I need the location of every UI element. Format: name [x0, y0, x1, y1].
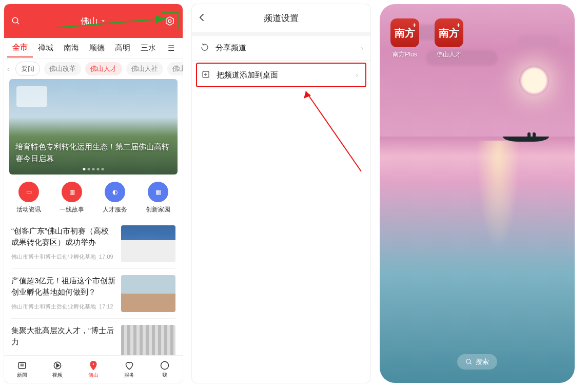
more-tabs-icon[interactable]: ☰ — [163, 44, 180, 53]
news-title: 集聚大批高层次人才，“博士后力 — [11, 325, 116, 347]
share-icon — [200, 43, 209, 53]
row-label: 把频道添加到桌面 — [217, 70, 278, 80]
district-tabs: 全市禅城南海顺德高明三水☰ — [4, 38, 183, 59]
quick-link[interactable]: ▭活动资讯 — [7, 182, 50, 214]
svg-marker-2 — [166, 17, 173, 26]
chevron-down-icon — [100, 18, 106, 24]
add-box-icon — [201, 70, 210, 81]
district-tab[interactable]: 高明 — [110, 43, 135, 53]
nav-label: 佛山 — [88, 372, 99, 379]
bottom-nav: 新闻视频佛山服务我 — [4, 355, 183, 383]
nav-label: 新闻 — [17, 372, 27, 379]
news-title: 产值超3亿元！祖庙这个市创新创业孵化基地如何做到？ — [11, 275, 116, 298]
globe-icon: ◐ — [105, 182, 125, 202]
app-icon: 南方+ — [390, 18, 419, 47]
district-tab[interactable]: 顺德 — [84, 43, 110, 53]
news-title: “创客广东”佛山市初赛（高校成果转化赛区）成功举办 — [11, 225, 116, 248]
video-icon — [52, 360, 63, 371]
channel-chip[interactable]: 佛山人才 — [85, 62, 122, 75]
news-thumbnail — [121, 275, 175, 312]
svg-point-17 — [466, 359, 471, 363]
search-label: 搜索 — [476, 357, 489, 366]
screen-app-main: 佛山 全市禅城南海顺德高明三水☰ ‹要闻佛山改革佛山人才佛山人社佛山三 培育特色… — [4, 4, 183, 383]
district-tab[interactable]: 全市 — [7, 43, 33, 57]
news-meta: 佛山市博士和博士后创业孵化基地 17:12 — [11, 303, 116, 311]
screen-home: 南方+南方Plus南方+佛山人才 搜索 — [380, 4, 575, 383]
quick-link[interactable]: ◐人才服务 — [93, 182, 136, 214]
hero-carousel[interactable]: 培育特色专利转化运用生态！第二届佛山高转赛今日启幕 — [9, 79, 178, 175]
news-list: “创客广东”佛山市初赛（高校成果转化赛区）成功举办佛山市博士和博士后创业孵化基地… — [4, 219, 183, 368]
channel-chip[interactable]: 佛山人社 — [126, 62, 163, 75]
nav-video[interactable]: 视频 — [40, 356, 76, 383]
svg-point-0 — [12, 17, 18, 23]
heart-icon — [124, 360, 134, 371]
svg-marker-16 — [304, 91, 311, 99]
news-item[interactable]: 产值超3亿元！祖庙这个市创新创业孵化基地如何做到？佛山市博士和博士后创业孵化基地… — [11, 268, 175, 318]
gear-icon — [164, 15, 175, 27]
svg-line-4 — [55, 18, 166, 28]
home-app[interactable]: 南方+南方Plus — [389, 18, 421, 59]
channel-chip[interactable]: 佛山三 — [167, 62, 183, 75]
quick-link-label: 一线故事 — [50, 205, 93, 214]
back-button[interactable] — [197, 12, 207, 25]
nav-label: 服务 — [124, 372, 134, 379]
svg-point-11 — [161, 361, 169, 369]
district-tab[interactable]: 三水 — [135, 43, 161, 53]
svg-rect-5 — [18, 362, 25, 369]
chevron-left-icon — [197, 12, 207, 23]
chevron-right-icon: › — [356, 71, 358, 79]
news-meta: 佛山市博士和博士后创业孵化基地 17:09 — [11, 253, 116, 261]
location-label: 佛山 — [81, 15, 98, 27]
settings-header: 频道设置 — [192, 4, 370, 32]
carousel-dots — [83, 168, 104, 170]
search-icon[interactable] — [11, 16, 21, 28]
svg-line-1 — [17, 22, 19, 24]
annotation-arrow — [55, 13, 173, 34]
location-selector[interactable]: 佛山 — [81, 15, 106, 27]
pin-icon — [88, 360, 99, 371]
card-icon: ▭ — [18, 182, 39, 202]
home-search[interactable]: 搜索 — [457, 354, 497, 370]
channel-settings-button[interactable] — [161, 12, 179, 30]
chevron-right-icon: › — [361, 44, 363, 52]
divider — [192, 32, 370, 36]
row-label: 分享频道 — [215, 43, 246, 53]
wallpaper — [380, 4, 575, 383]
annotation-arrow — [300, 89, 366, 177]
nav-label: 我 — [162, 372, 167, 379]
nav-label: 视频 — [52, 372, 63, 379]
quick-link[interactable]: ▥一线故事 — [50, 182, 93, 214]
svg-marker-9 — [57, 363, 60, 367]
news-thumbnail — [121, 225, 175, 262]
news-item[interactable]: “创客广东”佛山市初赛（高校成果转化赛区）成功举办佛山市博士和博士后创业孵化基地… — [11, 219, 175, 268]
chevron-left-icon: ‹ — [7, 65, 11, 73]
app-header: 佛山 — [4, 4, 183, 38]
svg-line-15 — [306, 91, 361, 171]
district-tab[interactable]: 禅城 — [33, 43, 58, 53]
quick-link-label: 人才服务 — [93, 205, 136, 214]
channel-chip[interactable]: 佛山改革 — [44, 62, 81, 75]
quick-link[interactable]: ▦创新家园 — [136, 182, 180, 214]
hero-headline: 培育特色专利转化运用生态！第二届佛山高转赛今日启幕 — [15, 141, 171, 164]
app-icon: 南方+ — [435, 18, 463, 47]
nav-person[interactable]: 我 — [147, 356, 183, 383]
quick-link-label: 创新家园 — [136, 205, 180, 214]
settings-title: 频道设置 — [264, 12, 299, 24]
person-icon — [160, 360, 170, 371]
nav-pin[interactable]: 佛山 — [75, 356, 111, 383]
nav-heart[interactable]: 服务 — [111, 356, 147, 383]
app-label: 南方Plus — [389, 50, 421, 59]
home-apps: 南方+南方Plus南方+佛山人才 — [389, 18, 465, 59]
quick-links: ▭活动资讯▥一线故事◐人才服务▦创新家园 — [4, 175, 183, 219]
home-app[interactable]: 南方+佛山人才 — [433, 18, 465, 59]
add-to-home-row[interactable]: 把频道添加到桌面› — [196, 63, 366, 87]
building-icon: ▦ — [148, 182, 168, 202]
nav-news[interactable]: 新闻 — [4, 356, 40, 383]
svg-point-3 — [168, 20, 171, 23]
news-icon — [17, 360, 27, 371]
quick-link-label: 活动资讯 — [7, 205, 50, 214]
channel-chip[interactable]: 要闻 — [15, 62, 40, 76]
share-channel-row[interactable]: 分享频道› — [192, 36, 370, 61]
district-tab[interactable]: 南海 — [58, 43, 84, 53]
screen-channel-settings: 频道设置 分享频道›把频道添加到桌面› — [192, 4, 370, 383]
